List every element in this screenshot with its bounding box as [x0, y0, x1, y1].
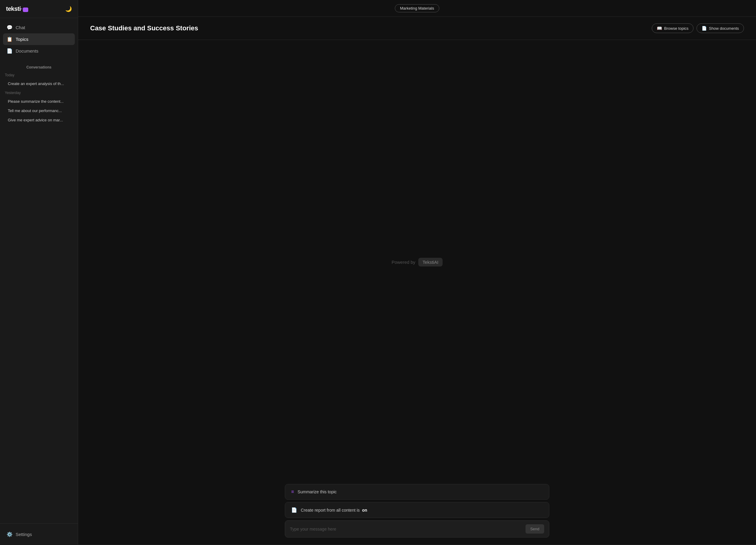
conversation-item[interactable]: Create an expert analysis of th... — [5, 79, 73, 88]
sidebar-footer: ⚙️ Settings — [0, 523, 78, 545]
conversation-item[interactable]: Please summarize the content... — [5, 97, 73, 106]
powered-by-brand: TekstiAI — [418, 258, 443, 266]
time-group-today: Today Create an expert analysis of th... — [5, 73, 73, 88]
conversation-item[interactable]: Give me expert advice on mar... — [5, 115, 73, 125]
show-documents-icon: 📄 — [702, 26, 707, 31]
send-button[interactable]: Send — [526, 524, 544, 534]
settings-icon: ⚙️ — [7, 531, 13, 537]
summarize-label: Summarize this topic — [297, 489, 337, 494]
create-report-suggestion[interactable]: 📄 Create report from all content is on — [285, 502, 549, 518]
sidebar-item-chat-label: Chat — [16, 25, 25, 30]
chat-icon: 💬 — [7, 25, 13, 30]
message-input-area: Send — [285, 520, 549, 537]
create-report-text: Create report from all content is on — [301, 508, 367, 513]
list-icon: ≡ — [291, 489, 294, 495]
browse-topics-label: Browse topics — [664, 26, 688, 31]
time-group-yesterday: Yesterday Please summarize the content..… — [5, 91, 73, 125]
settings-item[interactable]: ⚙️ Settings — [3, 528, 75, 540]
sidebar-nav: 💬 Chat 📋 Topics 📄 Documents — [0, 18, 78, 60]
conversation-item[interactable]: Tell me about our performanc... — [5, 106, 73, 115]
yesterday-label: Yesterday — [5, 91, 73, 95]
logo-area: teksti·ai 🌙 — [0, 0, 78, 18]
documents-icon: 📄 — [7, 48, 13, 54]
theme-toggle-icon[interactable]: 🌙 — [65, 6, 72, 12]
create-report-on: on — [362, 508, 367, 513]
header-actions: 📖 Browse topics 📄 Show documents — [652, 23, 744, 33]
chat-area: Powered by TekstiAI — [78, 40, 756, 484]
app-logo: teksti·ai — [6, 5, 28, 12]
sidebar-item-documents[interactable]: 📄 Documents — [3, 45, 75, 57]
bottom-panel: ≡ Summarize this topic 📄 Create report f… — [273, 484, 561, 545]
settings-label: Settings — [16, 532, 32, 537]
doc-icon: 📄 — [291, 507, 297, 513]
top-bar: Marketing Materials — [78, 0, 756, 17]
summarize-suggestion[interactable]: ≡ Summarize this topic — [285, 484, 549, 500]
topics-icon: 📋 — [7, 36, 13, 42]
browse-topics-button[interactable]: 📖 Browse topics — [652, 23, 694, 33]
content-header: Case Studies and Success Stories 📖 Brows… — [78, 17, 756, 40]
message-input[interactable] — [290, 527, 523, 531]
today-label: Today — [5, 73, 73, 77]
conversations-section: Conversations Today Create an expert ana… — [0, 60, 78, 523]
page-title: Case Studies and Success Stories — [90, 24, 198, 32]
logo-badge: ai — [23, 8, 28, 12]
workspace-badge[interactable]: Marketing Materials — [395, 4, 439, 12]
sidebar: teksti·ai 🌙 💬 Chat 📋 Topics 📄 Documents … — [0, 0, 78, 545]
sidebar-item-chat[interactable]: 💬 Chat — [3, 22, 75, 33]
sidebar-item-topics[interactable]: 📋 Topics — [3, 33, 75, 45]
browse-topics-icon: 📖 — [657, 26, 662, 31]
sidebar-item-documents-label: Documents — [16, 48, 38, 53]
show-documents-button[interactable]: 📄 Show documents — [697, 23, 744, 33]
show-documents-label: Show documents — [709, 26, 739, 31]
create-report-prefix: Create report from all content is — [301, 508, 360, 513]
conversations-label: Conversations — [5, 65, 73, 69]
powered-by: Powered by TekstiAI — [392, 258, 443, 266]
logo-text: teksti·ai — [6, 5, 28, 12]
logo-accent: · — [21, 5, 22, 12]
main-content: Marketing Materials Case Studies and Suc… — [78, 0, 756, 545]
powered-by-label: Powered by — [392, 260, 415, 265]
sidebar-item-topics-label: Topics — [16, 37, 29, 42]
